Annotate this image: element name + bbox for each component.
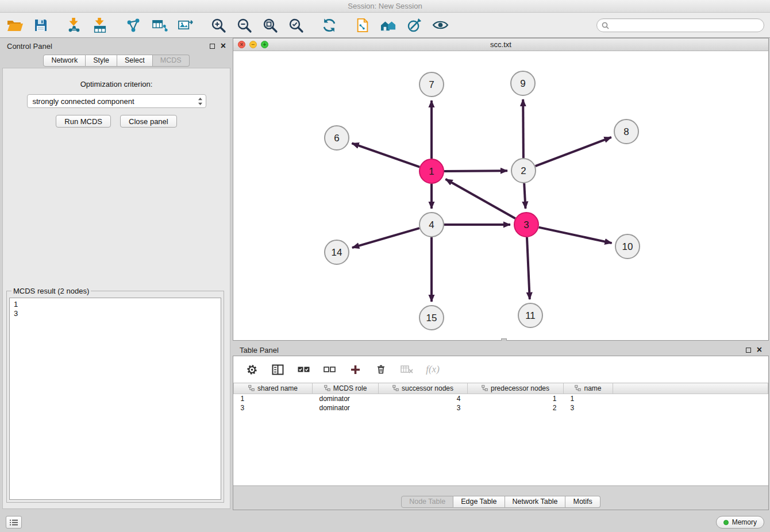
delete-column-button[interactable] [374,363,388,376]
graph-node-label: 9 [520,78,525,89]
unselect-all-rows-button[interactable] [322,363,336,376]
graph-node-9[interactable]: 9 [511,71,535,95]
graph-edge-3-1[interactable] [445,179,515,219]
graph-node-8[interactable]: 8 [614,119,638,144]
tab-mcds[interactable]: MCDS [153,55,190,67]
close-window-icon[interactable]: × [238,41,245,48]
graph-node-label: 11 [525,310,536,321]
table-cell[interactable]: 1 [234,394,313,403]
table-cell[interactable]: 3 [234,403,313,413]
column-header-successor-nodes[interactable]: successor nodes [379,383,468,394]
tab-select[interactable]: Select [117,55,153,67]
table-cell[interactable]: 4 [379,394,468,403]
table-tab-edge-table[interactable]: Edge Table [453,496,505,508]
import-table-button[interactable] [91,16,109,34]
new-network-button[interactable] [124,16,143,34]
float-table-panel-icon[interactable] [746,348,751,353]
zoom-in-icon [210,17,226,33]
table-tab-motifs[interactable]: Motifs [565,496,600,508]
optimization-select-value: strongly connected component [33,97,134,106]
open-file-button[interactable] [6,16,24,34]
column-options-icon [248,385,255,393]
zoom-window-icon[interactable]: + [261,41,268,48]
graph-node-3[interactable]: 3 [514,213,538,237]
run-mcds-button[interactable]: Run MCDS [56,115,111,128]
show-details-button[interactable] [431,16,449,34]
select-all-rows-button[interactable] [297,363,310,376]
column-header-predecessor-nodes[interactable]: predecessor nodes [468,383,564,394]
table-cell[interactable]: 2 [468,403,564,413]
table-tab-network-table[interactable]: Network Table [505,496,566,508]
minimize-window-icon[interactable]: − [249,41,257,48]
graph-node-14[interactable]: 14 [325,240,349,264]
zoom-selected-button[interactable] [287,16,305,34]
close-panel-icon[interactable]: × [221,43,226,49]
table-cell[interactable]: 1 [468,394,564,403]
graph-edge-2-3[interactable] [524,183,525,209]
table-row[interactable]: 1dominator411 [234,394,768,403]
mcds-result-text[interactable]: 13 [9,298,221,500]
add-column-button[interactable] [348,363,362,376]
table-tab-node-table[interactable]: Node Table [401,496,453,508]
memory-button[interactable]: Memory [716,516,764,529]
mcds-result-line: 1 [14,300,217,309]
split-column-button[interactable] [271,363,284,376]
close-table-panel-icon[interactable]: × [757,346,762,353]
table-row[interactable]: 3dominator323 [234,403,768,413]
float-panel-icon[interactable] [210,44,215,49]
table-cell[interactable]: dominator [313,394,379,403]
network-canvas[interactable]: 7968124314101511 [233,51,768,340]
graph-node-10[interactable]: 10 [615,234,640,259]
table-cell[interactable]: 3 [564,403,613,413]
tab-style[interactable]: Style [86,55,117,67]
table-cell[interactable]: dominator [313,403,379,413]
network-window-titlebar[interactable]: × − + scc.txt [233,38,768,51]
refresh-view-button[interactable] [320,16,338,34]
table-cell[interactable]: 3 [379,403,468,413]
column-header-MCDS-role[interactable]: MCDS role [313,383,379,394]
optimization-select[interactable]: strongly connected component [27,94,206,108]
zoom-fit-button[interactable] [261,16,279,34]
memory-status-icon [723,520,729,525]
column-header-name[interactable]: name [564,383,613,394]
graph-node-7[interactable]: 7 [419,72,444,97]
graph-node-2[interactable]: 2 [511,159,536,183]
unselect-all-icon [324,366,336,373]
table-settings-button[interactable] [245,363,259,376]
zoom-out-button[interactable] [235,16,253,34]
graph-node-4[interactable]: 4 [419,213,444,237]
graph-node-6[interactable]: 6 [325,126,349,150]
graph-edge-2-9[interactable] [523,99,523,158]
graph-edge-3-10[interactable] [539,228,612,244]
zoom-in-button[interactable] [209,16,228,34]
import-network-button[interactable] [65,16,83,34]
function-builder-button[interactable]: f(x) [426,363,440,376]
new-network-table-button[interactable] [150,16,168,34]
graph-node-1[interactable]: 1 [419,159,444,183]
global-search-input[interactable] [596,18,764,32]
task-history-button[interactable] [6,516,22,529]
close-panel-button[interactable]: Close panel [120,115,177,128]
apply-style-button[interactable] [405,16,424,34]
graph-edge-2-8[interactable] [536,137,611,166]
save-session-button[interactable] [32,16,50,34]
table-body: 1dominator4113dominator323 [234,394,768,413]
tab-network[interactable]: Network [43,55,86,67]
duplicate-network-button[interactable] [353,16,372,34]
table-panel-header: Table Panel × [233,343,769,357]
graph-edge-1-2[interactable] [444,171,507,171]
column-header-shared-name[interactable]: shared name [234,383,313,394]
home-button[interactable] [379,16,398,34]
gear-icon [246,364,258,376]
splitter-handle[interactable] [501,338,507,341]
export-image-button[interactable] [176,16,194,34]
delete-table-button[interactable] [400,363,414,376]
export-image-icon [177,17,194,33]
graph-node-11[interactable]: 11 [518,303,542,327]
graph-edge-3-11[interactable] [527,237,530,299]
graph-node-15[interactable]: 15 [419,306,444,330]
graph-edge-4-14[interactable] [352,228,419,248]
graph-edge-1-6[interactable] [352,143,419,167]
table-cell[interactable]: 1 [564,394,613,403]
app-title-bar: Session: New Session [0,0,770,13]
